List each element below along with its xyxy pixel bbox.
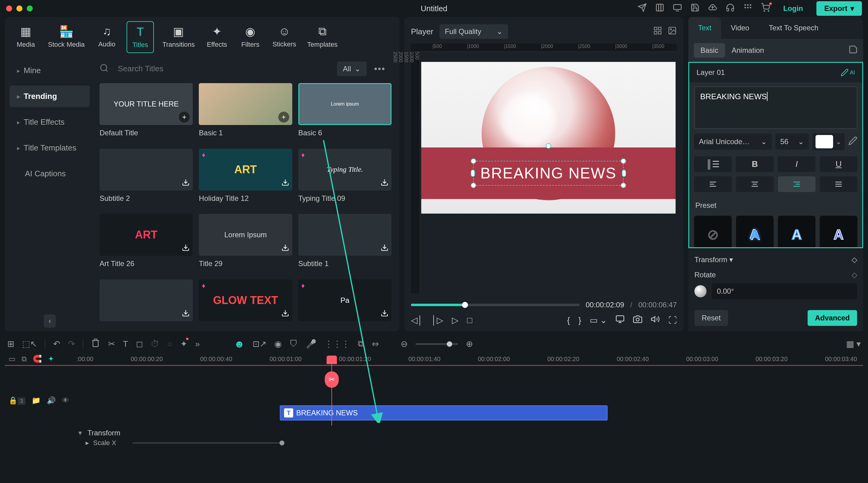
mark-in-icon[interactable]: { <box>567 316 570 325</box>
download-icon[interactable] <box>380 179 389 188</box>
cloud-icon[interactable] <box>708 3 717 14</box>
text-overlay-selected[interactable]: BREAKING NEWS <box>473 161 624 186</box>
ai-edit-icon[interactable]: AI <box>841 69 855 76</box>
align-left-button[interactable] <box>694 176 732 192</box>
main-tab-transitions[interactable]: ▣Transitions <box>160 21 197 53</box>
grid-view-icon[interactable] <box>653 26 662 37</box>
subtab-animation[interactable]: Animation <box>725 43 771 58</box>
save-icon[interactable] <box>690 3 700 14</box>
inspector-tab-text-to-speech[interactable]: Text To Speech <box>759 17 828 39</box>
category-ai-captions[interactable]: AI Captions <box>10 163 90 185</box>
download-icon[interactable] <box>281 179 289 188</box>
download-icon[interactable] <box>281 309 289 319</box>
timeline-ruler[interactable]: :00:0000:00:00:2000:00:00:4000:00:01:000… <box>76 356 863 362</box>
font-family-dropdown[interactable]: Arial Unicode MS⌄ <box>694 134 772 150</box>
advanced-button[interactable]: Advanced <box>808 310 857 326</box>
title-clip[interactable]: T BREAKING NEWS <box>280 405 608 420</box>
title-card[interactable]: Subtitle 1 <box>298 214 392 272</box>
collapse-sidebar[interactable]: ‹ <box>44 314 56 328</box>
align-justify-button[interactable] <box>820 176 857 192</box>
shield-icon[interactable]: ⛉ <box>289 339 298 349</box>
mute-icon[interactable]: 🔊 <box>47 396 56 405</box>
prev-frame-icon[interactable]: ◁│ <box>411 315 423 325</box>
visibility-icon[interactable]: 👁 <box>62 396 69 405</box>
reset-button[interactable]: Reset <box>694 310 728 326</box>
download-icon[interactable] <box>380 244 389 253</box>
link-icon[interactable]: ⇔ <box>372 339 379 349</box>
category-title-templates[interactable]: Title Templates <box>10 137 90 159</box>
apps-icon[interactable] <box>743 3 752 14</box>
scissors-icon[interactable]: ✂ <box>325 372 339 388</box>
scrubber[interactable] <box>411 304 580 306</box>
resize-handle[interactable] <box>622 170 626 177</box>
download-icon[interactable] <box>182 309 190 319</box>
title-card[interactable]: Lorem IpsumTitle 29 <box>199 214 292 272</box>
search-input[interactable] <box>113 60 333 77</box>
filter-dropdown[interactable]: All ⌄ <box>337 62 367 76</box>
main-tab-filters[interactable]: ◉Filters <box>237 21 264 53</box>
timeline-tracks[interactable]: 🔒3 📁 🔊 👁 ✂ T BREAKING NEWS <box>5 365 863 426</box>
title-card[interactable]: Subtitle 2 <box>99 149 193 207</box>
magnet-icon[interactable]: 🧲 <box>33 355 42 363</box>
title-card[interactable]: Pa♦ <box>298 280 392 329</box>
save-preset-icon[interactable] <box>848 45 858 56</box>
export-button[interactable]: Export ▾ <box>816 1 862 16</box>
lock-icon[interactable]: ⧉ <box>358 339 364 349</box>
aspect-dropdown[interactable]: ▭ ⌄ <box>590 315 607 325</box>
redo-icon[interactable]: ↷ <box>68 339 75 349</box>
snapshot-icon[interactable] <box>633 315 642 326</box>
main-tab-media[interactable]: ▦Media <box>12 21 39 53</box>
track-add-icon[interactable]: ⧉ <box>22 355 27 363</box>
line-spacing-button[interactable]: ║☰ <box>694 156 732 172</box>
delete-icon[interactable] <box>91 338 100 350</box>
view-mode-icon[interactable]: ▦ ▾ <box>846 339 861 349</box>
more-menu-icon[interactable]: ••• <box>371 64 389 74</box>
close-window[interactable] <box>6 5 12 11</box>
mic-icon[interactable]: 🎤 <box>306 339 316 349</box>
minimize-window[interactable] <box>17 5 23 11</box>
resize-handle[interactable] <box>471 170 475 177</box>
main-tab-titles[interactable]: TTitles <box>127 21 154 53</box>
next-frame-icon[interactable]: │▷ <box>432 315 444 325</box>
color-icon[interactable]: ○ <box>167 339 173 349</box>
main-tab-templates[interactable]: ⧉Templates <box>305 21 340 53</box>
text-preset[interactable]: A <box>736 216 774 248</box>
resize-handle[interactable] <box>621 183 626 188</box>
cut-icon[interactable]: ✂ <box>108 339 115 349</box>
record-icon[interactable]: ⊡↗ <box>252 339 267 349</box>
expand-icon[interactable]: » <box>195 339 200 349</box>
avatar-icon[interactable]: ☻ <box>234 338 245 350</box>
category-title-effects[interactable]: Title Effects <box>10 111 90 133</box>
folder-icon[interactable]: 📁 <box>32 396 41 405</box>
rotate-handle[interactable] <box>546 143 551 149</box>
italic-button[interactable]: I <box>778 156 815 172</box>
speed-icon[interactable]: ⏱ <box>151 339 159 349</box>
library-icon[interactable] <box>655 3 664 14</box>
fullscreen-icon[interactable]: ⛶ <box>668 315 677 325</box>
rotate-dial[interactable] <box>694 285 707 297</box>
grid-icon[interactable]: ⊞ <box>7 339 14 349</box>
main-tab-stock-media[interactable]: 🏪Stock Media <box>45 21 87 53</box>
add-icon[interactable]: + <box>278 111 289 123</box>
add-icon[interactable]: + <box>179 111 190 123</box>
login-button[interactable]: Login <box>778 1 808 16</box>
inspector-tab-text[interactable]: Text <box>688 17 721 39</box>
bold-button[interactable]: B <box>736 156 774 172</box>
volume-icon[interactable] <box>651 315 660 326</box>
align-right-button[interactable] <box>778 176 815 192</box>
snap-icon[interactable]: ✦ <box>48 355 54 363</box>
text-color-swatch[interactable] <box>815 135 833 148</box>
resize-handle[interactable] <box>471 158 476 164</box>
mark-out-icon[interactable]: } <box>579 316 581 325</box>
download-icon[interactable] <box>182 244 190 253</box>
resize-handle[interactable] <box>621 158 626 164</box>
timeline-transform-row[interactable]: Transform <box>5 426 863 439</box>
zoom-out-icon[interactable]: ⊖ <box>401 339 408 349</box>
text-preset[interactable]: A <box>820 216 857 248</box>
track-view-icon[interactable]: ▭ <box>8 355 16 363</box>
main-tab-stickers[interactable]: ☺Stickers <box>270 21 299 53</box>
play-icon[interactable]: ▷ <box>452 315 459 325</box>
desktop-icon[interactable] <box>673 3 682 14</box>
text-preset[interactable]: A <box>778 216 815 248</box>
image-icon[interactable] <box>668 26 677 37</box>
